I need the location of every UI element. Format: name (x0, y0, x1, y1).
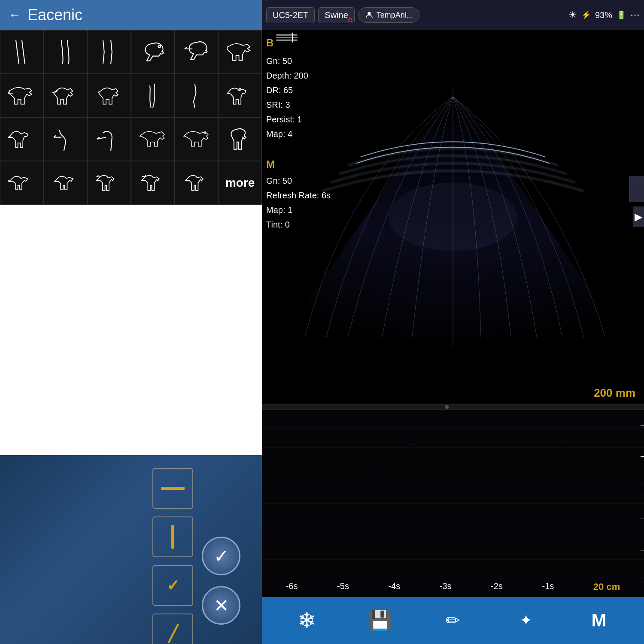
svg-rect-35 (348, 431, 348, 432)
svg-rect-34 (313, 460, 314, 460)
animal-cell-23[interactable] (175, 161, 219, 205)
edit-button[interactable]: ✏ (436, 603, 470, 638)
m-tint-param: Tint: 0 (266, 217, 331, 232)
freeze-button[interactable]: ❄ (290, 603, 324, 638)
m-mode-pattern (262, 410, 644, 597)
animal-cell-13[interactable] (0, 117, 44, 161)
animal-cell-12[interactable] (218, 74, 262, 118)
animal-cell-1[interactable] (0, 30, 44, 74)
check-tool[interactable]: ✓ (152, 565, 193, 606)
separator-handle[interactable] (445, 405, 449, 409)
save-button[interactable]: 💾 (363, 603, 397, 638)
ruler-tick-2 (641, 456, 644, 457)
animal-cell-3[interactable] (87, 30, 131, 74)
probe-badge[interactable]: UC5-2ET (266, 7, 315, 23)
measure-button[interactable]: ✦ (509, 603, 543, 638)
mode-separator (262, 404, 644, 410)
slash-tool[interactable]: ╱ (152, 614, 193, 644)
b-params-section: B (266, 34, 331, 52)
svg-rect-36 (382, 466, 383, 466)
time-label-3: -3s (440, 581, 452, 592)
ruler-tick-4 (641, 519, 644, 519)
ruler-tick-3 (641, 488, 644, 488)
animal-cell-10[interactable] (131, 74, 175, 118)
b-depth-param: Depth: 200 (266, 68, 331, 83)
m-refresh-param: Refresh Rate: 6s (266, 188, 331, 203)
ruler-tick-1 (641, 425, 644, 425)
bottom-toolbar: ❄ 💾 ✏ ✦ M (262, 597, 644, 644)
b-mode-image: B Gn: 50 Depth: 200 DR: 65 SRI: 3 Persis… (262, 30, 644, 404)
animal-cell-22[interactable] (131, 161, 175, 205)
slider-1 (276, 34, 298, 36)
tool-buttons-container: ✓ ╱ (152, 468, 193, 644)
user-badge[interactable]: TempAni... (358, 7, 419, 23)
status-left: UC5-2ET Swine e TempAni... (266, 7, 419, 23)
time-label-2: -2s (491, 581, 503, 592)
confirm-button[interactable]: ✓ (202, 537, 240, 575)
b-map-param: Map: 4 (266, 127, 331, 141)
m-map-param: Map: 1 (266, 203, 331, 217)
animal-cell-20[interactable] (44, 161, 88, 205)
mode-badge[interactable]: Swine e (318, 7, 354, 23)
animal-cell-17[interactable] (175, 117, 219, 161)
b-gn-param: Gn: 50 (266, 54, 331, 68)
pencil-icon: ✏ (446, 611, 460, 630)
confirm-check-icon: ✓ (214, 546, 229, 567)
animal-cell-2[interactable] (44, 30, 88, 74)
b-persist-param: Persist: 1 (266, 112, 331, 127)
h-line-icon (161, 487, 185, 490)
animal-cell-5[interactable] (175, 30, 219, 74)
svg-point-2 (158, 45, 161, 48)
more-label: more (225, 176, 255, 190)
snowflake-icon: ❄ (298, 608, 316, 633)
slider-2 (276, 37, 298, 38)
slider-3 (276, 39, 298, 41)
measure-icon: ✦ (519, 611, 532, 629)
time-label-5: -5s (337, 581, 349, 592)
thumbnail-edge[interactable] (629, 176, 644, 202)
user-icon (365, 10, 374, 20)
back-button[interactable]: ← (9, 8, 21, 22)
mode-label: Swine (325, 10, 348, 20)
cancel-x-icon: ✕ (214, 595, 229, 616)
m-gn-param: Gn: 50 (266, 173, 331, 188)
svg-line-1 (22, 40, 25, 64)
cancel-button[interactable]: ✕ (202, 586, 240, 625)
animal-cell-15[interactable] (87, 117, 131, 161)
usb-icon: ⚡ (581, 10, 591, 20)
depth-label: 200 mm (594, 386, 635, 400)
animal-cell-4[interactable] (131, 30, 175, 74)
left-header: ← Eacenic (0, 0, 262, 30)
vertical-line-tool[interactable] (152, 516, 193, 557)
svg-rect-40 (519, 463, 520, 463)
animal-cell-11[interactable] (175, 74, 219, 118)
animal-cell-8[interactable] (44, 74, 88, 118)
animal-cell-9[interactable] (87, 74, 131, 118)
ultrasound-area: B Gn: 50 Depth: 200 DR: 65 SRI: 3 Persis… (262, 30, 644, 597)
animal-cell-14[interactable] (44, 117, 88, 161)
app-title: Eacenic (27, 6, 82, 24)
m-mode-button[interactable]: M (582, 603, 616, 638)
animal-cell-18[interactable] (218, 117, 262, 161)
time-label-6: -6s (286, 581, 298, 592)
save-icon: 💾 (368, 609, 392, 632)
user-label: TempAni... (377, 11, 413, 20)
collapse-arrow[interactable]: ▶ (633, 207, 644, 227)
horizontal-line-tool[interactable] (152, 468, 193, 509)
svg-rect-39 (477, 435, 477, 435)
animal-cell-6[interactable] (218, 30, 262, 74)
animal-cell-19[interactable] (0, 161, 44, 205)
ruler-tick-5 (641, 550, 644, 550)
time-labels-container: -6s -5s -4s -3s -2s -1s 20 cm (262, 581, 644, 592)
svg-rect-41 (562, 441, 563, 441)
b-sliders (276, 34, 298, 41)
more-cell[interactable]: more (218, 161, 262, 205)
more-options-icon[interactable]: ⋯ (630, 9, 640, 21)
brightness-icon[interactable]: ☀ (568, 9, 577, 21)
animal-cell-16[interactable] (131, 117, 175, 161)
battery-percentage: 93% (595, 10, 612, 20)
animal-cell-7[interactable] (0, 74, 44, 118)
status-right: ☀ ⚡ 93% 🔋 ⋯ (568, 9, 640, 21)
battery-icon: 🔋 (617, 10, 626, 20)
animal-cell-21[interactable] (87, 161, 131, 205)
